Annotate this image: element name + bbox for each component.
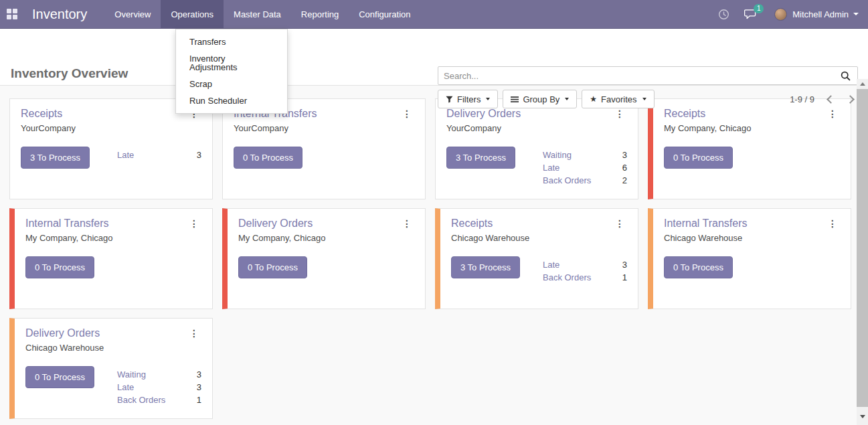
group-by-button[interactable]: Group By: [503, 90, 577, 108]
menu-item-inventory-adjustments[interactable]: Inventory Adjustments: [176, 50, 287, 76]
nav-item-reporting[interactable]: Reporting: [291, 0, 349, 28]
stat-value: 3: [197, 381, 201, 394]
picking-type-title[interactable]: Internal Transfers: [664, 218, 748, 230]
stat-value: 2: [622, 174, 627, 187]
stat-row: Back Orders2: [543, 174, 627, 187]
picking-type-title[interactable]: Receipts: [21, 108, 62, 120]
systray: 1 Mitchell Admin: [703, 0, 868, 28]
picking-type-title[interactable]: Delivery Orders: [25, 327, 100, 339]
search-icon[interactable]: [837, 70, 857, 82]
to-process-button[interactable]: 3 To Process: [451, 256, 520, 278]
kanban-card[interactable]: Internal Transfers ⋮ My Company, Chicago…: [9, 208, 213, 309]
main-menu: OverviewOperationsMaster DataReportingCo…: [104, 0, 420, 28]
nav-item-configuration[interactable]: Configuration: [349, 0, 420, 28]
stat-value: 1: [622, 271, 627, 284]
warehouse-name: YourCompany: [234, 123, 414, 133]
scroll-down-icon[interactable]: [857, 412, 868, 422]
picking-type-title[interactable]: Internal Transfers: [25, 218, 109, 230]
menu-item-scrap[interactable]: Scrap: [176, 76, 287, 92]
stat-value: 1: [197, 394, 201, 406]
scrollbar-thumb[interactable]: [857, 89, 868, 407]
stat-label[interactable]: Back Orders: [543, 271, 591, 284]
to-process-button[interactable]: 0 To Process: [664, 147, 733, 169]
nav-item-operations[interactable]: Operations: [161, 0, 224, 28]
stat-label[interactable]: Late: [543, 161, 559, 174]
stat-label[interactable]: Late: [117, 149, 134, 161]
search-input[interactable]: [438, 71, 837, 81]
chevron-down-icon: [486, 98, 490, 100]
picking-type-title[interactable]: Delivery Orders: [446, 108, 521, 120]
filter-funnel-icon: [446, 96, 453, 103]
to-process-button[interactable]: 3 To Process: [21, 147, 90, 169]
kebab-menu-icon[interactable]: ⋮: [187, 218, 201, 230]
to-process-button[interactable]: 0 To Process: [25, 366, 94, 388]
kanban-card[interactable]: Delivery Orders ⋮ Chicago Warehouse 0 To…: [9, 318, 213, 419]
top-navbar: Inventory OverviewOperationsMaster DataR…: [0, 0, 868, 29]
pager-previous-icon[interactable]: [827, 95, 835, 104]
warehouse-name: My Company, Chicago: [664, 123, 840, 133]
stat-value: 6: [622, 161, 627, 174]
pager: 1-9 / 9: [790, 90, 853, 108]
kebab-menu-icon[interactable]: ⋮: [400, 218, 414, 230]
kanban-grid: Receipts ⋮ YourCompany 3 To Process Late…: [0, 86, 857, 419]
app-brand[interactable]: Inventory: [23, 0, 104, 28]
activities-clock-icon[interactable]: [718, 9, 729, 20]
to-process-button[interactable]: 3 To Process: [446, 147, 515, 169]
kebab-menu-icon[interactable]: ⋮: [825, 218, 840, 230]
card-stats: Late3Back Orders1: [543, 258, 627, 284]
picking-type-title[interactable]: Receipts: [451, 218, 493, 230]
kanban-card[interactable]: Receipts ⋮ My Company, Chicago 0 To Proc…: [648, 98, 851, 199]
filters-button[interactable]: Filters: [438, 90, 498, 108]
picking-type-title[interactable]: Delivery Orders: [238, 218, 313, 230]
warehouse-name: Chicago Warehouse: [25, 343, 201, 353]
stat-label[interactable]: Back Orders: [117, 394, 165, 406]
stat-label[interactable]: Waiting: [117, 368, 146, 381]
nav-item-master-data[interactable]: Master Data: [224, 0, 291, 28]
stat-value: 3: [197, 149, 201, 161]
scroll-up-icon[interactable]: [857, 79, 868, 89]
star-icon: ★: [590, 95, 597, 103]
to-process-button[interactable]: 0 To Process: [25, 256, 94, 278]
apps-menu-button[interactable]: [0, 0, 23, 28]
stat-value: 3: [622, 258, 627, 271]
user-name: Mitchell Admin: [792, 9, 849, 19]
card-stats: Late3: [117, 149, 201, 161]
to-process-button[interactable]: 0 To Process: [664, 256, 733, 278]
to-process-button[interactable]: 0 To Process: [238, 256, 307, 278]
pager-range: 1-9 / 9: [790, 94, 814, 104]
kanban-card[interactable]: Delivery Orders ⋮ YourCompany 3 To Proce…: [435, 98, 638, 199]
user-menu[interactable]: Mitchell Admin: [774, 8, 859, 21]
warehouse-name: YourCompany: [21, 123, 201, 133]
stat-value: 3: [197, 368, 201, 381]
menu-item-run-scheduler[interactable]: Run Scheduler: [176, 92, 287, 109]
stat-row: Back Orders1: [543, 271, 627, 284]
message-count-badge: 1: [754, 4, 764, 13]
vertical-scrollbar[interactable]: [857, 79, 868, 425]
stat-label[interactable]: Late: [543, 258, 559, 271]
to-process-button[interactable]: 0 To Process: [234, 147, 302, 169]
search-options: Filters Group By ★ Favorites: [438, 90, 659, 108]
stat-label[interactable]: Late: [117, 381, 134, 394]
stat-label[interactable]: Waiting: [543, 149, 572, 161]
kebab-menu-icon[interactable]: ⋮: [400, 108, 414, 120]
stat-row: Late6: [543, 161, 627, 174]
card-stats: Waiting3Late3Back Orders1: [117, 368, 201, 406]
card-stats: Waiting3Late6Back Orders2: [543, 149, 627, 187]
kanban-card[interactable]: Internal Transfers ⋮ Chicago Warehouse 0…: [648, 208, 851, 309]
kebab-menu-icon[interactable]: ⋮: [825, 108, 840, 120]
page-title: Inventory Overview: [11, 66, 128, 81]
kebab-menu-icon[interactable]: ⋮: [187, 327, 201, 339]
nav-item-overview[interactable]: Overview: [104, 0, 161, 28]
kebab-menu-icon[interactable]: ⋮: [612, 218, 627, 230]
kanban-card[interactable]: Receipts ⋮ Chicago Warehouse 3 To Proces…: [435, 208, 638, 309]
stat-label[interactable]: Back Orders: [543, 174, 591, 187]
pager-next-icon[interactable]: [846, 95, 855, 104]
chevron-down-icon: [642, 98, 646, 100]
picking-type-title[interactable]: Receipts: [664, 108, 705, 120]
favorites-button[interactable]: ★ Favorites: [582, 90, 654, 108]
warehouse-name: My Company, Chicago: [238, 233, 414, 243]
messages-icon[interactable]: 1: [744, 9, 757, 20]
kebab-menu-icon[interactable]: ⋮: [612, 108, 627, 120]
kanban-card[interactable]: Delivery Orders ⋮ My Company, Chicago 0 …: [222, 208, 426, 309]
menu-item-transfers[interactable]: Transfers: [176, 33, 287, 50]
